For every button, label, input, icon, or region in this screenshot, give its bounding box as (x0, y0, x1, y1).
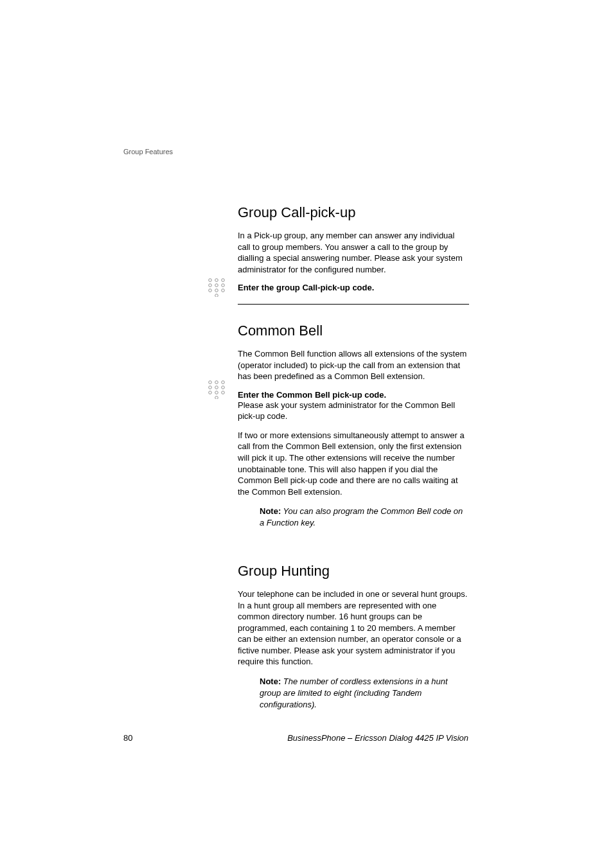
svg-point-11 (215, 381, 218, 384)
section-title: Group Call-pick-up (238, 204, 469, 221)
instruction-text: Enter the group Call-pick-up code. (238, 283, 469, 292)
section-title: Common Bell (238, 323, 469, 339)
svg-point-13 (209, 386, 212, 389)
svg-point-4 (215, 284, 218, 287)
keypad-icon (207, 278, 226, 299)
note-text: The number of cordless extensions in a h… (260, 677, 448, 709)
section-para: If two or more extensions simultaneously… (238, 430, 469, 497)
instruction-row: Enter the Common Bell pick-up code. Plea… (238, 390, 469, 422)
followup-text: Please ask your system administrator for… (238, 400, 469, 422)
note-label: Note: (260, 506, 281, 516)
svg-point-2 (222, 279, 225, 282)
section-group-call-pickup: Group Call-pick-up In a Pick-up group, a… (238, 204, 469, 305)
note-block: Note: The number of cordless extensions … (260, 675, 469, 710)
section-intro: Your telephone can be included in one or… (238, 589, 469, 668)
section-intro: The Common Bell function allows all exte… (238, 348, 469, 382)
svg-point-18 (222, 391, 225, 394)
note-block: Note: You can also program the Common Be… (260, 505, 469, 528)
section-intro: In a Pick-up group, any member can answe… (238, 230, 469, 275)
instruction-row: Enter the group Call-pick-up code. (238, 283, 469, 292)
svg-point-1 (215, 279, 218, 282)
section-divider (238, 304, 469, 305)
svg-point-14 (215, 386, 218, 389)
main-content: Group Call-pick-up In a Pick-up group, a… (238, 204, 469, 718)
section-group-hunting: Group Hunting Your telephone can be incl… (238, 563, 469, 710)
instruction-text: Enter the Common Bell pick-up code. (238, 390, 469, 400)
svg-point-10 (209, 381, 212, 384)
svg-point-15 (222, 386, 225, 389)
note-label: Note: (260, 677, 281, 686)
section-title: Group Hunting (238, 563, 469, 580)
svg-point-7 (215, 289, 218, 292)
svg-point-9 (215, 294, 218, 297)
svg-point-5 (222, 284, 225, 287)
section-common-bell: Common Bell The Common Bell function all… (238, 323, 469, 528)
keypad-icon (207, 380, 226, 402)
svg-point-0 (209, 279, 212, 282)
svg-point-3 (209, 284, 212, 287)
chapter-header: Group Features (123, 148, 173, 155)
note-text: You can also program the Common Bell cod… (260, 506, 463, 527)
svg-point-6 (209, 289, 212, 292)
footer-doc-title: BusinessPhone – Ericsson Dialog 4425 IP … (287, 733, 468, 743)
page-number: 80 (123, 733, 132, 743)
svg-point-19 (215, 396, 218, 399)
svg-point-16 (209, 391, 212, 394)
svg-point-17 (215, 391, 218, 394)
svg-point-12 (222, 381, 225, 384)
svg-point-8 (222, 289, 225, 292)
